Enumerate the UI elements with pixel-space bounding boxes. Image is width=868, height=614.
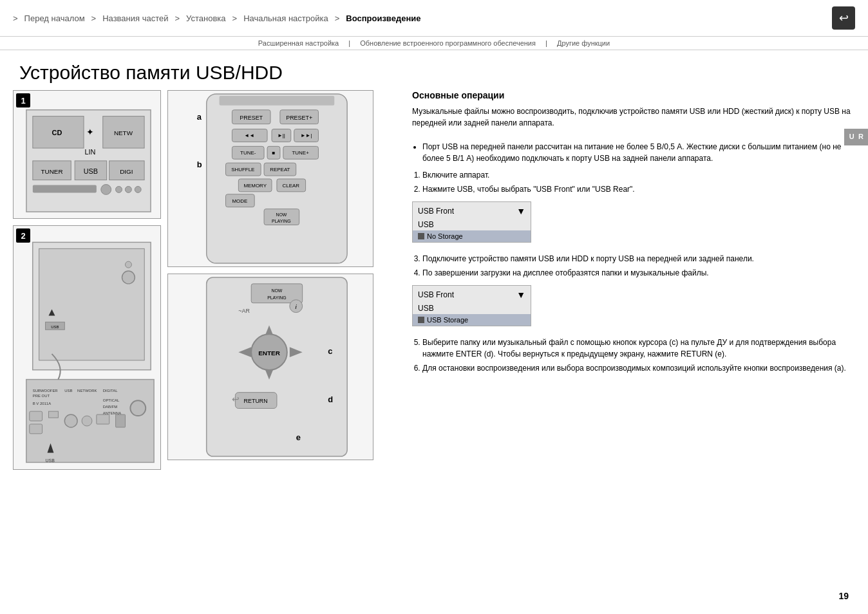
main-content: 1 CD ✦ NETW LIN	[0, 90, 868, 470]
svg-point-23	[125, 261, 131, 268]
svg-text:c: c	[328, 346, 332, 356]
diagram-4-remote-bottom: NOW PLAYING i	[167, 274, 373, 460]
usb-display-2-body: USB	[413, 301, 531, 314]
svg-text:PRE OUT: PRE OUT	[33, 394, 50, 398]
svg-text:USB: USB	[64, 389, 72, 393]
usb-display-1-header: USB Front ▼	[413, 202, 531, 218]
svg-text:USB: USB	[46, 458, 55, 463]
intro-text: Музыкальные файлы можно воспроизводить, …	[412, 106, 855, 129]
svg-text:DIGI: DIGI	[120, 168, 133, 175]
sec-nav-advanced[interactable]: Расширенная настройка	[258, 39, 339, 47]
nav-item-parts[interactable]: Названия частей	[96, 14, 175, 23]
svg-text:PRESET+: PRESET+	[286, 115, 312, 121]
svg-text:PLAYING: PLAYING	[272, 219, 291, 223]
nav-item-before-start[interactable]: Перед началом	[18, 14, 91, 23]
svg-text:✦: ✦	[86, 127, 94, 137]
usb-display-1-footer: No Storage	[413, 230, 531, 242]
svg-text:↩: ↩	[232, 394, 240, 404]
nav-item-playback[interactable]: Воспроизведение	[339, 14, 427, 23]
svg-text:USB: USB	[84, 167, 98, 175]
secondary-navigation: Расширенная настройка | Обновление встро…	[0, 37, 868, 50]
diagram-3-svg: PRESET PRESET+ ◄◄ ►|| ►►| TUNE-	[168, 91, 373, 266]
step-4: По завершении загрузки на дисплее отобра…	[422, 267, 855, 279]
nav-separator-4: >	[335, 14, 340, 23]
diagram-1-front-panel: 1 CD ✦ NETW LIN	[13, 90, 161, 219]
left-panel: 1 CD ✦ NETW LIN	[13, 90, 386, 470]
svg-text:USB: USB	[51, 325, 59, 329]
nav-separator-2: >	[175, 14, 180, 23]
svg-text:MODE: MODE	[232, 198, 247, 204]
steps-list-3: Выберите папку или музыкальный файл с по…	[412, 337, 855, 374]
svg-text:PRESET: PRESET	[240, 115, 263, 121]
usb-display-no-storage: USB Front ▼ USB No Storage	[412, 201, 531, 243]
diagram-2-svg: USB SUBWOOFER PRE OUT USB NETWORK DI	[14, 226, 160, 469]
usb-display-1-line1: USB	[418, 220, 525, 229]
sec-nav-sep1: |	[348, 39, 350, 47]
svg-rect-40	[97, 414, 109, 424]
svg-text:CLEAR: CLEAR	[283, 183, 300, 189]
svg-point-22	[122, 271, 135, 284]
nav-separator-0: >	[13, 14, 18, 23]
usb-display-2-header: USB Front ▼	[413, 286, 531, 301]
step-6: Для остановки воспроизведения или выбора…	[422, 362, 855, 374]
svg-text:MEMORY: MEMORY	[243, 183, 267, 189]
usb-wifi-icon-1: ▼	[516, 206, 525, 216]
diagram-right-column: PRESET PRESET+ ◄◄ ►|| ►►| TUNE-	[167, 90, 373, 470]
svg-rect-36	[30, 424, 42, 434]
svg-text:e: e	[296, 433, 301, 442]
usb-display-storage: USB Front ▼ USB USB Storage	[412, 285, 531, 326]
steps-list: Включите аппарат. Нажмите USB, чтобы выб…	[412, 169, 855, 195]
svg-text:NETW: NETW	[114, 129, 133, 136]
svg-text:CD: CD	[52, 129, 62, 136]
svg-text:►||: ►||	[278, 133, 285, 138]
svg-rect-45	[207, 94, 347, 263]
svg-point-17	[135, 187, 141, 193]
svg-point-15	[116, 187, 122, 193]
svg-text:a: a	[197, 112, 202, 122]
svg-text:PLAYING: PLAYING	[267, 295, 287, 300]
step-2: Нажмите USB, чтобы выбрать "USB Front" и…	[422, 183, 855, 195]
svg-text:b: b	[197, 160, 202, 169]
svg-text:SUBWOOFER: SUBWOOFER	[33, 389, 59, 393]
usb-display-2-line1: USB	[418, 304, 525, 313]
nav-item-initial-setup[interactable]: Начальная настройка	[237, 14, 335, 23]
sec-nav-sep2: |	[545, 39, 547, 47]
diagram-2-badge: 2	[16, 228, 30, 243]
nav-item-setup[interactable]: Установка	[180, 14, 232, 23]
nav-separator-3: >	[232, 14, 238, 23]
diagram-3-remote-top: PRESET PRESET+ ◄◄ ►|| ►►| TUNE-	[167, 90, 373, 267]
svg-text:DAB/FM: DAB/FM	[103, 405, 117, 409]
svg-text:d: d	[328, 395, 333, 404]
nav-separator-1: >	[91, 14, 97, 23]
page-number: 19	[838, 591, 849, 601]
steps-list-2: Подключите устройство памяти USB или HDD…	[412, 253, 855, 279]
svg-text:NOW: NOW	[276, 212, 287, 217]
ru-language-badge: RU	[844, 129, 868, 145]
usb-display-2-square-icon	[418, 317, 424, 323]
usb-wifi-icon-2: ▼	[516, 290, 525, 300]
sec-nav-other[interactable]: Другие функции	[557, 39, 610, 47]
svg-text:TUNE+: TUNE+	[292, 150, 310, 156]
svg-text:►►|: ►►|	[301, 133, 312, 138]
svg-rect-41	[116, 414, 126, 427]
svg-text:TUNER: TUNER	[41, 168, 63, 175]
svg-text:SHUFFLE: SHUFFLE	[231, 167, 254, 172]
svg-text:RETURN: RETURN	[244, 398, 268, 404]
svg-rect-13	[33, 185, 97, 193]
svg-text:OPTICAL: OPTICAL	[103, 398, 120, 402]
sec-nav-update[interactable]: Обновление встроенного программного обес…	[360, 39, 536, 47]
svg-text:DIGITAL: DIGITAL	[103, 389, 118, 393]
svg-text:◄◄: ◄◄	[244, 133, 254, 138]
svg-rect-35	[30, 411, 42, 421]
step-3: Подключите устройство памяти USB или HDD…	[422, 253, 855, 265]
bullet-usb-power: Порт USB на передней панели рассчитан на…	[422, 141, 855, 164]
step-1: Включите аппарат.	[422, 169, 855, 181]
svg-text:NOW: NOW	[271, 288, 282, 293]
usb-display-2-status: USB Storage	[427, 316, 468, 324]
diagram-4-svg: NOW PLAYING i	[168, 274, 373, 460]
svg-rect-37	[49, 411, 59, 418]
diagram-1-svg: CD ✦ NETW LIN TUNER USB	[14, 91, 160, 218]
back-button[interactable]: ↩	[832, 6, 855, 30]
svg-point-14	[101, 185, 111, 195]
svg-rect-46	[220, 96, 335, 106]
